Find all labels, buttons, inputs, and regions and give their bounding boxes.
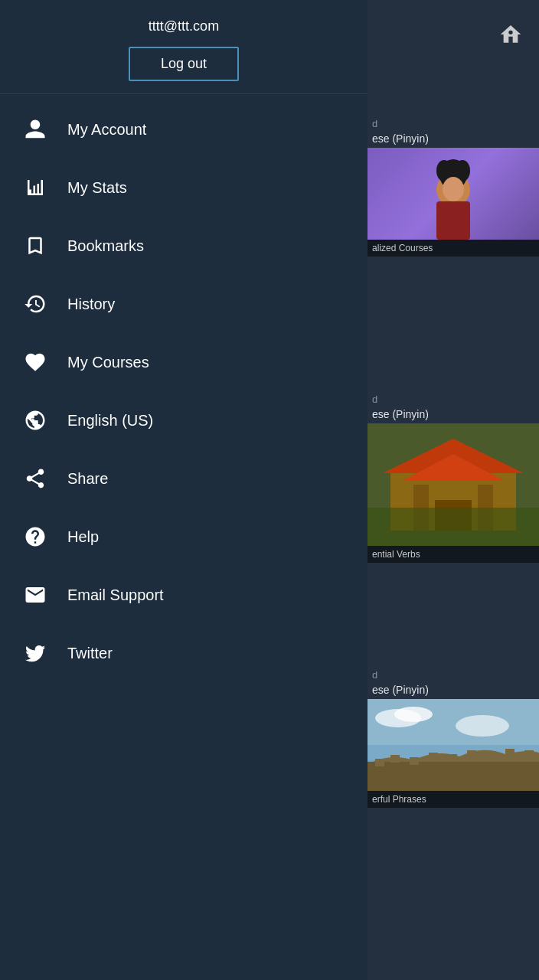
language-icon: [21, 407, 49, 434]
sidebar-item-english-us[interactable]: English (US): [0, 391, 368, 449]
bg-prefix-1: d: [368, 115, 539, 131]
bookmarks-icon: [21, 232, 49, 260]
stats-icon: [21, 174, 49, 201]
email-icon: [21, 581, 49, 609]
twitter-icon: [21, 639, 49, 667]
bg-language-3: ese (Pinyin): [368, 682, 539, 699]
background-section-1: d ese (Pinyin) alized Courses: [368, 115, 539, 256]
user-email: tttt@ttt.com: [149, 18, 219, 34]
english-us-label: English (US): [67, 412, 153, 430]
svg-point-19: [456, 715, 509, 737]
sidebar-item-twitter[interactable]: Twitter: [0, 624, 368, 682]
sidebar-item-my-account[interactable]: My Account: [0, 100, 368, 158]
background-section-2: d ese (Pinyin) ential Verbs: [368, 390, 539, 563]
svg-point-6: [443, 177, 464, 201]
bg-label-3: erful Phrases: [368, 791, 539, 808]
svg-rect-14: [368, 508, 539, 546]
bg-image-3: [368, 699, 539, 791]
bg-image-2: [368, 423, 539, 546]
svg-rect-25: [448, 754, 457, 762]
my-courses-label: My Courses: [67, 354, 149, 371]
svg-rect-24: [429, 753, 438, 760]
share-icon: [21, 465, 49, 492]
bg-prefix-2: d: [368, 390, 539, 407]
svg-rect-29: [524, 750, 534, 758]
heart-icon: [21, 348, 49, 376]
my-stats-label: My Stats: [67, 179, 127, 197]
help-label: Help: [67, 528, 99, 546]
svg-point-18: [394, 707, 433, 722]
right-panel: d ese (Pinyin) alized Courses d ese (Pin…: [368, 0, 539, 980]
drawer-header: tttt@ttt.com Log out: [0, 0, 368, 94]
home-icon[interactable]: [492, 15, 530, 54]
bg-language-2: ese (Pinyin): [368, 407, 539, 423]
twitter-label: Twitter: [67, 645, 113, 662]
bg-prefix-3: d: [368, 666, 539, 682]
account-icon: [21, 116, 49, 143]
my-account-label: My Account: [67, 121, 146, 139]
logout-button[interactable]: Log out: [129, 47, 239, 81]
svg-rect-21: [375, 759, 384, 766]
bg-label-1: alized Courses: [368, 240, 539, 256]
drawer: tttt@ttt.com Log out My Account My Stats: [0, 0, 368, 980]
bg-label-2: ential Verbs: [368, 546, 539, 563]
sidebar-item-email-support[interactable]: Email Support: [0, 566, 368, 624]
bg-language-1: ese (Pinyin): [368, 131, 539, 148]
history-label: History: [67, 296, 115, 313]
sidebar-item-my-stats[interactable]: My Stats: [0, 158, 368, 217]
bg-image-1: [368, 148, 539, 240]
drawer-menu: My Account My Stats Bookmarks: [0, 94, 368, 980]
sidebar-item-share[interactable]: Share: [0, 449, 368, 508]
sidebar-item-history[interactable]: History: [0, 275, 368, 333]
history-icon: [21, 290, 49, 318]
svg-rect-23: [410, 757, 419, 765]
help-icon: [21, 523, 49, 550]
svg-rect-26: [467, 750, 476, 758]
svg-rect-28: [505, 749, 514, 756]
background-section-3: d ese (Pinyin): [368, 666, 539, 808]
svg-rect-27: [486, 752, 495, 760]
email-support-label: Email Support: [67, 586, 164, 604]
bookmarks-label: Bookmarks: [67, 237, 144, 255]
svg-rect-22: [390, 755, 400, 763]
sidebar-item-help[interactable]: Help: [0, 508, 368, 566]
svg-point-0: [508, 31, 512, 34]
sidebar-item-my-courses[interactable]: My Courses: [0, 333, 368, 391]
sidebar-item-bookmarks[interactable]: Bookmarks: [0, 217, 368, 275]
svg-rect-5: [436, 201, 470, 240]
share-label: Share: [67, 470, 108, 488]
svg-rect-20: [368, 762, 539, 791]
